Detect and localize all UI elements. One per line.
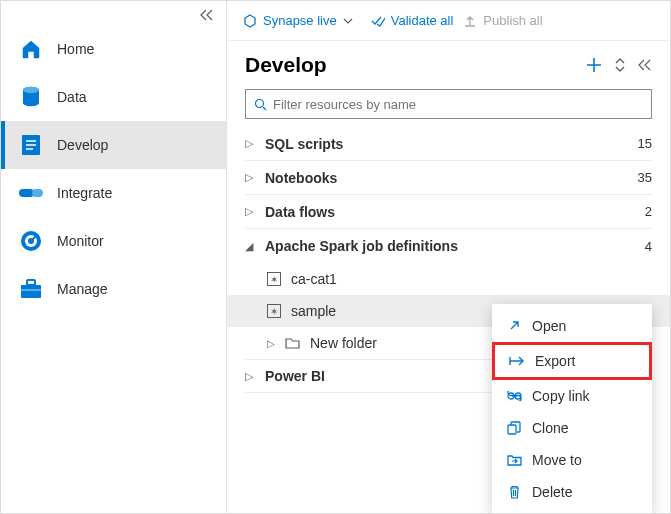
svg-rect-8: [21, 285, 41, 298]
ctx-item-label: Clone: [532, 420, 569, 436]
svg-point-1: [23, 87, 39, 93]
home-icon: [19, 37, 43, 61]
tree-group-count: 35: [638, 170, 652, 185]
chevron-right-icon: ▷: [245, 137, 255, 150]
add-button[interactable]: [586, 57, 602, 73]
delete-icon: [506, 485, 522, 499]
ctx-delete[interactable]: Delete: [492, 476, 652, 508]
nav-item-monitor[interactable]: Monitor: [1, 217, 226, 265]
spark-job-icon: ✶: [267, 304, 281, 318]
gauge-icon: [19, 229, 43, 253]
tree-group-label: Notebooks: [265, 170, 628, 186]
tree-group-data-flows[interactable]: ▷ Data flows 2: [245, 195, 652, 229]
chevron-right-icon: ▷: [245, 205, 255, 218]
nav-item-home[interactable]: Home: [1, 25, 226, 73]
spark-job-icon: ✶: [267, 272, 281, 286]
collapse-pane-button[interactable]: [638, 59, 652, 71]
svg-rect-10: [21, 289, 41, 291]
tree-group-count: 2: [645, 204, 652, 219]
clone-icon: [506, 421, 522, 435]
workspace-mode-button[interactable]: Synapse live: [243, 13, 353, 28]
tree-group-spark-jobs[interactable]: ◢ Apache Spark job definitions 4: [245, 229, 652, 263]
nav-item-label: Manage: [57, 281, 108, 297]
nav-item-label: Data: [57, 89, 87, 105]
hexagon-icon: [243, 14, 257, 28]
svg-point-11: [256, 99, 264, 107]
chevron-right-icon: ▷: [245, 171, 255, 184]
svg-rect-3: [19, 189, 34, 197]
panel-actions: [586, 57, 652, 73]
workspace-mode-label: Synapse live: [263, 13, 337, 28]
nav-item-label: Develop: [57, 137, 108, 153]
link-icon: [506, 391, 522, 401]
chevron-down-icon: ◢: [245, 240, 255, 253]
nav-item-integrate[interactable]: Integrate: [1, 169, 226, 217]
tree-item-label: New folder: [310, 335, 377, 351]
tree-group-count: 4: [645, 239, 652, 254]
tree-item-label: sample: [291, 303, 336, 319]
nav-item-label: Home: [57, 41, 94, 57]
nav-item-label: Monitor: [57, 233, 104, 249]
folder-icon: [285, 337, 300, 349]
ctx-item-label: Move to: [532, 452, 582, 468]
nav-item-develop[interactable]: Develop: [1, 121, 226, 169]
validate-all-button[interactable]: Validate all: [371, 13, 454, 28]
ctx-move-to[interactable]: Move to: [492, 444, 652, 476]
move-icon: [506, 454, 522, 466]
search-icon: [254, 98, 267, 111]
tree-item-ca-cat1[interactable]: ✶ ca-cat1: [245, 263, 652, 295]
filter-input-container[interactable]: [245, 89, 652, 119]
chevron-down-icon: [343, 18, 353, 24]
publish-all-label: Publish all: [483, 13, 542, 28]
chevron-right-icon: ▷: [245, 370, 255, 383]
filter-input[interactable]: [273, 97, 643, 112]
collapse-nav-button[interactable]: [200, 1, 226, 25]
nav-item-label: Integrate: [57, 185, 112, 201]
ctx-clone[interactable]: Clone: [492, 412, 652, 444]
tree-group-count: 15: [638, 136, 652, 151]
context-menu: Open Export Copy link Clone Move to Dele…: [492, 304, 652, 514]
svg-rect-9: [27, 280, 35, 285]
ctx-open[interactable]: Open: [492, 310, 652, 342]
toolbox-icon: [19, 277, 43, 301]
nav-item-data[interactable]: Data: [1, 73, 226, 121]
check-all-icon: [371, 15, 385, 27]
tree-group-label: Apache Spark job definitions: [265, 238, 635, 254]
tree-group-sql-scripts[interactable]: ▷ SQL scripts 15: [245, 127, 652, 161]
panel-title: Develop: [245, 53, 327, 77]
ctx-copy-link[interactable]: Copy link: [492, 380, 652, 412]
svg-rect-4: [32, 189, 43, 197]
tree-group-notebooks[interactable]: ▷ Notebooks 35: [245, 161, 652, 195]
ctx-item-label: Export: [535, 353, 575, 369]
ctx-item-label: Copy link: [532, 388, 590, 404]
upload-icon: [463, 14, 477, 28]
chevron-right-icon: ▷: [267, 338, 275, 349]
database-icon: [19, 85, 43, 109]
pipeline-icon: [19, 181, 43, 205]
publish-all-button[interactable]: Publish all: [463, 13, 542, 28]
chevron-double-left-icon: [200, 9, 214, 21]
ctx-item-label: Delete: [532, 484, 572, 500]
validate-all-label: Validate all: [391, 13, 454, 28]
left-nav: Home Data Develop Integrate Monitor Mana…: [1, 1, 227, 513]
ctx-item-label: Open: [532, 318, 566, 334]
svg-rect-14: [508, 425, 516, 434]
toolbar: Synapse live Validate all Publish all: [227, 1, 670, 41]
open-icon: [506, 319, 522, 333]
ctx-export[interactable]: Export: [492, 342, 652, 380]
tree-item-label: ca-cat1: [291, 271, 337, 287]
tree-group-label: SQL scripts: [265, 136, 628, 152]
panel-header: Develop: [227, 41, 670, 85]
expand-all-button[interactable]: [614, 58, 626, 72]
nav-item-manage[interactable]: Manage: [1, 265, 226, 313]
code-document-icon: [19, 133, 43, 157]
tree-group-label: Data flows: [265, 204, 635, 220]
export-icon: [509, 355, 525, 367]
